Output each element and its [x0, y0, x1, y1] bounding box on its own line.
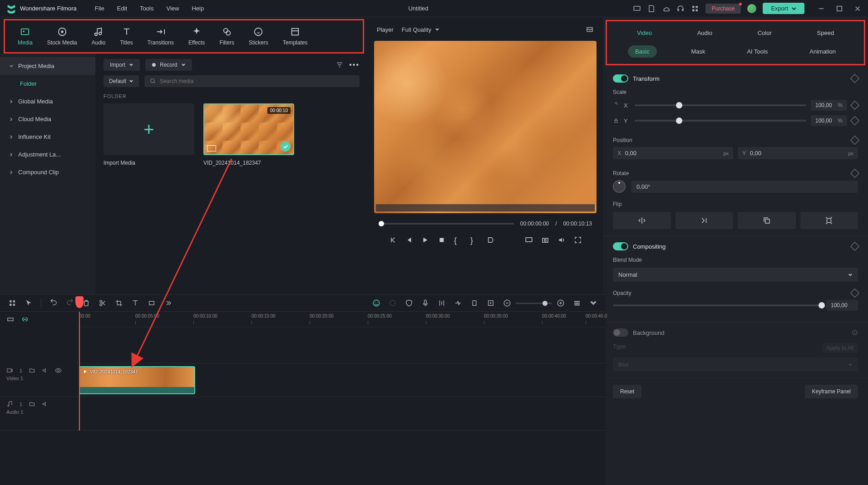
scrub-slider[interactable] — [379, 223, 514, 225]
mute-icon[interactable] — [42, 367, 49, 374]
play-backward-icon[interactable] — [405, 236, 413, 244]
headphones-icon[interactable] — [676, 5, 685, 13]
insp-tab-audio[interactable]: Audio — [691, 27, 719, 39]
marker-icon[interactable] — [470, 299, 478, 307]
tab-audio[interactable]: Audio — [84, 24, 113, 49]
media-clip[interactable]: 00:00:10 VID_20241014_182347 — [203, 103, 294, 166]
reset-button[interactable]: Reset — [613, 385, 641, 398]
link-icon[interactable] — [21, 315, 29, 323]
save-icon[interactable] — [647, 5, 656, 13]
insp-subtab-aitools[interactable]: AI Tools — [740, 45, 775, 58]
audio-lane[interactable] — [77, 397, 606, 431]
grid-icon[interactable] — [8, 299, 16, 307]
scale-y-slider[interactable] — [635, 120, 806, 122]
record-dropdown[interactable]: Record — [145, 59, 192, 71]
minimize-icon[interactable] — [817, 5, 825, 13]
edge-icon[interactable] — [454, 299, 462, 307]
scale-x-slider[interactable] — [635, 104, 806, 106]
keyframe-diamond-icon[interactable] — [850, 74, 859, 83]
snapshot-icon[interactable] — [586, 25, 594, 34]
sidebar-compound-clip[interactable]: Compound Clip — [0, 163, 95, 181]
close-icon[interactable] — [853, 5, 862, 13]
mark-out-icon[interactable]: } — [470, 236, 478, 244]
lock-icon[interactable] — [613, 118, 619, 124]
menu-file[interactable]: File — [95, 5, 104, 12]
keyframe-diamond-icon[interactable] — [850, 242, 859, 251]
fit-button[interactable] — [800, 212, 858, 229]
audio-mix-icon[interactable] — [438, 299, 446, 307]
fullscreen-icon[interactable] — [574, 236, 582, 244]
sidebar-global-media[interactable]: Global Media — [0, 93, 95, 110]
cursor-icon[interactable] — [25, 299, 33, 307]
tab-stickers[interactable]: Stickers — [242, 24, 276, 49]
aspect-icon[interactable] — [148, 299, 156, 307]
tab-effects[interactable]: Effects — [181, 24, 212, 49]
display-icon[interactable] — [633, 5, 641, 13]
quality-dropdown[interactable]: Full Quality — [402, 26, 439, 33]
scale-y-value[interactable]: 100,00% — [811, 115, 847, 126]
mark-in-icon[interactable]: { — [454, 236, 462, 244]
info-icon[interactable] — [852, 329, 858, 336]
import-media-box[interactable]: + — [104, 103, 194, 155]
color-icon[interactable] — [389, 299, 397, 307]
prev-frame-icon[interactable] — [389, 236, 397, 244]
split-icon[interactable] — [99, 299, 107, 307]
rotate-dial[interactable] — [613, 180, 626, 193]
undo-icon[interactable] — [49, 299, 58, 307]
marker-dropdown-icon[interactable] — [487, 236, 495, 244]
position-y-input[interactable]: Y0,00px — [738, 147, 858, 159]
rotate-input[interactable]: 0,00° — [631, 181, 858, 193]
keyframe-panel-button[interactable]: Keyframe Panel — [805, 385, 858, 398]
transform-toggle[interactable] — [613, 74, 628, 83]
clip-thumbnail[interactable]: 00:00:10 — [203, 103, 294, 155]
keyframe-diamond-icon[interactable] — [850, 101, 859, 110]
audio-track-head[interactable]: 1 Audio 1 — [0, 397, 77, 431]
eye-icon[interactable] — [55, 367, 62, 374]
playhead[interactable] — [79, 312, 80, 431]
search-input[interactable] — [160, 78, 354, 84]
empty-lane[interactable] — [77, 327, 606, 363]
keyframe-diamond-icon[interactable] — [850, 169, 859, 178]
scale-x-value[interactable]: 100,00% — [811, 100, 847, 111]
video-lane[interactable]: VID_20241014_182347 — [77, 363, 606, 397]
tracks-toggle-icon[interactable] — [6, 315, 15, 323]
timeline-ruler[interactable]: 00:00 00:00:05:00 00:00:10:00 00:00:15:0… — [77, 312, 606, 327]
tab-media[interactable]: Media — [10, 24, 40, 49]
user-avatar[interactable] — [747, 4, 756, 13]
menu-edit[interactable]: Edit — [117, 5, 127, 12]
opacity-value[interactable]: 100,00 — [826, 300, 858, 311]
keyframe-diamond-icon[interactable] — [850, 116, 859, 125]
position-x-input[interactable]: X0,00px — [613, 147, 733, 159]
player-viewport[interactable] — [374, 41, 597, 213]
menu-view[interactable]: View — [166, 5, 179, 12]
opacity-slider[interactable] — [613, 304, 822, 306]
compositing-toggle[interactable] — [613, 242, 628, 250]
view-mode-icon[interactable] — [573, 299, 581, 307]
tab-transitions[interactable]: Transitions — [140, 24, 181, 49]
zoom-slider[interactable] — [516, 303, 552, 304]
crop-icon[interactable] — [115, 299, 123, 307]
sort-dropdown[interactable]: Default — [104, 75, 139, 87]
zoom-out-icon[interactable] — [503, 299, 511, 307]
insp-tab-speed[interactable]: Speed — [811, 27, 841, 39]
maximize-icon[interactable] — [835, 5, 843, 13]
more-icon[interactable]: ••• — [349, 61, 360, 69]
chevron-down-icon[interactable] — [589, 299, 597, 307]
sidebar-project-media[interactable]: Project Media — [0, 57, 95, 75]
insp-subtab-animation[interactable]: Animation — [802, 45, 843, 58]
menu-tools[interactable]: Tools — [140, 5, 153, 12]
volume-icon[interactable] — [557, 236, 566, 244]
shield-icon[interactable] — [405, 299, 413, 307]
camera-icon[interactable] — [541, 236, 549, 244]
mute-icon[interactable] — [42, 401, 49, 407]
apply-to-all-button[interactable]: Apply to All — [822, 343, 858, 353]
keyframe-diamond-icon[interactable] — [850, 289, 859, 298]
insp-tab-color[interactable]: Color — [751, 27, 778, 39]
blend-mode-select[interactable]: Normal — [613, 268, 858, 282]
copy-button[interactable] — [738, 212, 796, 229]
redo-icon[interactable] — [66, 299, 74, 307]
monitor-icon[interactable] — [525, 236, 533, 244]
more-tools-icon[interactable] — [164, 299, 172, 307]
tab-templates[interactable]: Templates — [276, 24, 315, 49]
flip-horizontal-button[interactable] — [613, 212, 671, 229]
